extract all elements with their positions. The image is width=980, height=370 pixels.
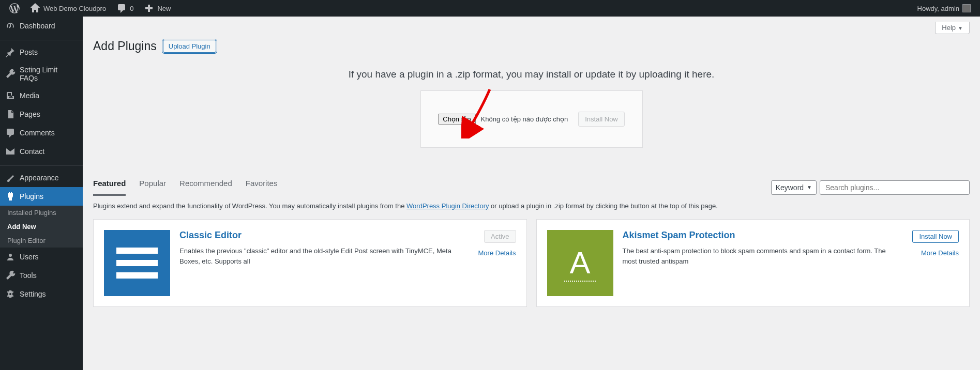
filter-tabs: Featured Popular Recommended Favorites [93, 179, 277, 196]
sidebar-item-label: Media [20, 91, 39, 100]
plugin-directory-link[interactable]: WordPress Plugin Directory [406, 202, 489, 210]
sidebar-item-pages[interactable]: Pages [0, 105, 83, 124]
tab-featured[interactable]: Featured [93, 179, 126, 196]
admin-bar: Web Demo Cloudpro 0 New Howdy, admin [0, 0, 980, 17]
tab-favorites[interactable]: Favorites [246, 179, 278, 196]
new-label: New [157, 5, 171, 12]
brush-icon [5, 173, 16, 183]
settings-icon [5, 289, 16, 299]
sidebar-item-label: Contact [20, 147, 44, 156]
comments-link[interactable]: 0 [111, 0, 139, 17]
sidebar-item-plugins[interactable]: Plugins [0, 187, 83, 206]
sidebar-item-label: Comments [20, 129, 55, 137]
comment-count: 0 [130, 5, 133, 12]
plugin-thumbnail [104, 230, 170, 296]
plugin-card: A Akismet Spam Protection The best anti-… [536, 219, 970, 307]
sidebar-item-label: Settings [20, 290, 46, 298]
sidebar-item-label: Users [20, 253, 39, 261]
page-icon [5, 109, 16, 119]
submenu-add-new[interactable]: Add New [0, 220, 83, 234]
sidebar-item-label: Appearance [20, 174, 59, 182]
keyword-label: Keyword [776, 183, 804, 192]
sidebar-item-faqs[interactable]: Seting Limit FAQs [0, 61, 83, 86]
sidebar-item-settings[interactable]: Settings [0, 285, 83, 303]
more-details-link[interactable]: More Details [478, 249, 516, 257]
sidebar-item-posts[interactable]: Posts [0, 43, 83, 61]
menu-separator [0, 38, 83, 40]
tab-popular[interactable]: Popular [139, 179, 166, 196]
sidebar-item-comments[interactable]: Comments [0, 124, 83, 142]
wrench-icon [5, 69, 16, 79]
plugin-thumbnail: A [547, 230, 613, 296]
chevron-down-icon: ▼ [807, 184, 812, 190]
plugin-card: Classic Editor Enables the previous "cla… [93, 219, 527, 307]
search-type-select[interactable]: Keyword ▼ [771, 180, 817, 195]
page-title: Add Plugins [93, 39, 157, 53]
plugin-description: The best anti-spam protection to block s… [623, 246, 898, 266]
media-icon [5, 90, 16, 101]
content-area: Help▼ Add Plugins Upload Plugin If you h… [83, 17, 980, 370]
help-label: Help [942, 24, 956, 32]
no-file-selected-label: Không có tệp nào được chọn [481, 115, 568, 123]
sidebar-item-users[interactable]: Users [0, 248, 83, 266]
sidebar-item-media[interactable]: Media [0, 86, 83, 105]
site-name-label: Web Demo Cloudpro [43, 5, 106, 12]
home-icon [30, 3, 40, 13]
intro-post: or upload a plugin in .zip format by cli… [489, 202, 717, 210]
site-name-link[interactable]: Web Demo Cloudpro [25, 0, 111, 17]
sidebar-item-label: Seting Limit FAQs [20, 66, 78, 82]
install-now-button[interactable]: Install Now [578, 112, 625, 127]
my-account-link[interactable]: Howdy, admin [912, 0, 976, 17]
plugin-status-button: Active [484, 230, 516, 243]
more-details-link[interactable]: More Details [921, 249, 959, 257]
plugin-title[interactable]: Classic Editor [179, 230, 455, 241]
upload-plugin-button[interactable]: Upload Plugin [163, 40, 216, 53]
thumb-letter: A [564, 245, 595, 282]
upload-form: Chọn tệp Không có tệp nào được chọn Inst… [420, 90, 643, 148]
comment-icon [116, 3, 127, 13]
sidebar-item-label: Dashboard [20, 22, 55, 30]
plugin-description: Enables the previous "classic" editor an… [179, 246, 455, 266]
pin-icon [5, 47, 16, 57]
search-plugins-input[interactable] [820, 180, 970, 195]
sidebar-item-label: Tools [20, 271, 37, 280]
wp-logo[interactable] [4, 0, 25, 17]
tab-recommended[interactable]: Recommended [179, 179, 232, 196]
dashboard-icon [5, 21, 16, 31]
sidebar-item-dashboard[interactable]: Dashboard [0, 17, 83, 35]
chevron-down-icon: ▼ [958, 25, 963, 31]
menu-separator [0, 163, 83, 166]
users-icon [5, 252, 16, 262]
sidebar-item-label: Posts [20, 48, 38, 56]
sidebar-item-tools[interactable]: Tools [0, 266, 83, 285]
install-now-button[interactable]: Install Now [912, 230, 959, 243]
tools-icon [5, 270, 16, 281]
admin-sidebar: Dashboard Posts Seting Limit FAQs Media … [0, 17, 83, 370]
upload-instruction: If you have a plugin in a .zip format, y… [93, 69, 970, 80]
plugin-icon [5, 191, 16, 202]
howdy-label: Howdy, admin [917, 5, 959, 12]
intro-pre: Plugins extend and expand the functional… [93, 202, 406, 210]
help-tab[interactable]: Help▼ [935, 22, 970, 34]
sidebar-item-appearance[interactable]: Appearance [0, 168, 83, 187]
avatar [962, 4, 971, 12]
plus-icon [144, 3, 154, 13]
mail-icon [5, 146, 16, 157]
submenu-plugin-editor[interactable]: Plugin Editor [0, 234, 83, 248]
wordpress-icon [9, 3, 20, 13]
comments-icon [5, 128, 16, 138]
sidebar-item-label: Plugins [20, 192, 43, 201]
new-content-link[interactable]: New [139, 0, 176, 17]
plugin-title[interactable]: Akismet Spam Protection [623, 230, 898, 241]
sidebar-item-contact[interactable]: Contact [0, 142, 83, 161]
choose-file-button[interactable]: Chọn tệp [438, 114, 475, 125]
submenu-installed-plugins[interactable]: Installed Plugins [0, 206, 83, 220]
sidebar-item-label: Pages [20, 110, 40, 118]
intro-text: Plugins extend and expand the functional… [93, 202, 970, 210]
plugins-submenu: Installed Plugins Add New Plugin Editor [0, 206, 83, 248]
